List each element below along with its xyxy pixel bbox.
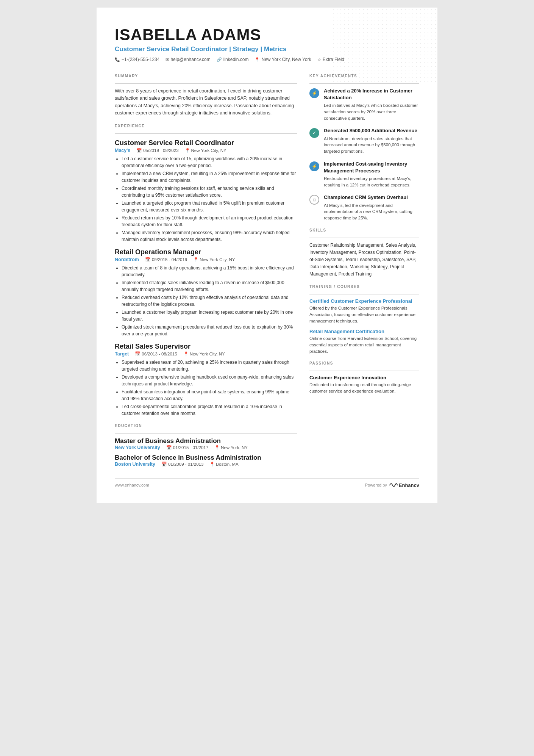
location-3: 📍 New York City, NY xyxy=(183,351,225,357)
email-value: help@enhancv.com xyxy=(170,57,210,62)
pin-icon-1: 📍 xyxy=(185,148,190,153)
skills-divider xyxy=(309,238,419,238)
experience-divider xyxy=(115,133,297,134)
edu-location-1: 📍 New York, NY xyxy=(214,445,248,450)
edu-pin-icon-1: 📍 xyxy=(214,445,220,450)
achievement-content-3: Implemented Cost-saving Inventory Manage… xyxy=(324,161,419,188)
bullet-2-2: Reduced overhead costs by 12% through ef… xyxy=(122,294,297,308)
location-contact: 📍 New York City, New York xyxy=(255,57,311,62)
calendar-icon-3: 📅 xyxy=(135,351,140,357)
achievement-content-1: Achieved a 20% Increase in Customer Sati… xyxy=(324,88,419,121)
phone-value: +1-(234)-555-1234 xyxy=(122,57,159,62)
header-section: ISABELLA ADAMS Customer Service Retail C… xyxy=(115,26,419,62)
achievement-3: ⚡ Implemented Cost-saving Inventory Mana… xyxy=(309,161,419,188)
bullet-2-3: Launched a customer loyalty program incr… xyxy=(122,309,297,322)
bullet-3-3: Led cross-departmental collaboration pro… xyxy=(122,403,297,417)
course-title-1: Certified Customer Experience Profession… xyxy=(309,298,419,304)
job-meta-2: Nordstrom 📅 09/2015 - 04/2019 📍 New York… xyxy=(115,257,297,262)
contact-line: 📞 +1-(234)-555-1234 ✉ help@enhancv.com 🔗… xyxy=(115,57,419,62)
achievements-label: KEY ACHIEVEMENTS xyxy=(309,74,419,78)
degree-1: Master of Business Administration xyxy=(115,437,297,445)
edu-location-2: 📍 Boston, MA xyxy=(209,462,238,467)
edu-meta-1: New York University 📅 01/2015 - 01/2017 … xyxy=(115,445,297,450)
passion-title-1: Customer Experience Innovation xyxy=(309,375,419,380)
achievement-desc-2: At Nordstrom, developed sales strategies… xyxy=(324,136,419,155)
bullet-2-1: Implemented strategic sales initiatives … xyxy=(122,279,297,293)
edu-pin-icon-2: 📍 xyxy=(209,462,215,467)
course-desc-1: Offered by the Customer Experience Profe… xyxy=(309,305,419,324)
location-1: 📍 New York City, NY xyxy=(185,148,226,153)
skills-text: Customer Relationship Management, Sales … xyxy=(309,242,419,278)
course-title-2: Retail Management Certification xyxy=(309,329,419,334)
achievement-content-2: Generated $500,000 Additional Revenue At… xyxy=(324,127,419,154)
experience-label: EXPERIENCE xyxy=(115,124,297,128)
summary-text: With over 8 years of experience in retai… xyxy=(115,88,297,117)
edu-dates-1: 📅 01/2015 - 01/2017 xyxy=(166,445,208,450)
bullet-1-2: Coordinated monthly training sessions fo… xyxy=(122,185,297,199)
company-1: Macy's xyxy=(115,148,130,153)
achievement-4: ⊡ Championed CRM System Overhaul At Macy… xyxy=(309,194,419,221)
bullets-2: Directed a team of 8 in daily operations… xyxy=(115,265,297,337)
achievements-divider xyxy=(309,83,419,84)
edu-dates-2: 📅 01/2009 - 01/2013 xyxy=(161,462,203,467)
achievement-title-1: Achieved a 20% Increase in Customer Sati… xyxy=(324,88,419,101)
footer: www.enhancv.com Powered by Enhancv xyxy=(115,478,419,488)
achievement-icon-1: ⚡ xyxy=(309,88,319,98)
skills-label: SKILLS xyxy=(309,228,419,232)
edu-meta-2: Boston University 📅 01/2009 - 01/2013 📍 … xyxy=(115,462,297,467)
bullet-1-1: Implemented a new CRM system, resulting … xyxy=(122,170,297,184)
link-icon: 🔗 xyxy=(217,57,222,62)
bullet-1-0: Led a customer service team of 15, optim… xyxy=(122,155,297,169)
achievement-desc-1: Led initiatives at Macy's which boosted … xyxy=(324,102,419,121)
achievement-icon-3: ⚡ xyxy=(309,161,319,171)
enhancv-logo: Enhancv xyxy=(389,482,419,488)
company-2: Nordstrom xyxy=(115,257,139,262)
brand-name: Enhancv xyxy=(399,482,419,488)
location-value: New York City, New York xyxy=(261,57,311,62)
dates-1: 📅 05/2019 - 08/2023 xyxy=(136,148,178,153)
extra-value: Extra Field xyxy=(323,57,344,62)
company-3: Target xyxy=(115,351,129,357)
bullet-3-2: Facilitated seamless integration of new … xyxy=(122,388,297,402)
powered-by-text: Powered by xyxy=(365,483,387,487)
calendar-icon-1: 📅 xyxy=(136,148,142,153)
phone-contact: 📞 +1-(234)-555-1234 xyxy=(115,57,159,62)
logo-icon xyxy=(389,482,398,488)
dates-2: 📅 09/2015 - 04/2019 xyxy=(145,257,187,262)
email-icon: ✉ xyxy=(166,57,169,62)
location-2: 📍 New York City, NY xyxy=(193,257,235,262)
education-divider xyxy=(115,433,297,434)
dates-3: 📅 06/2013 - 08/2015 xyxy=(135,351,177,357)
bullet-3-0: Supervised a sales team of 20, achieving… xyxy=(122,359,297,373)
bullets-1: Led a customer service team of 15, optim… xyxy=(115,155,297,243)
degree-2: Bachelor of Science in Business Administ… xyxy=(115,454,297,462)
course-desc-2: Online course from Harvard Extension Sch… xyxy=(309,335,419,354)
passions-label: PASSIONS xyxy=(309,361,419,365)
phone-icon: 📞 xyxy=(115,57,120,62)
passion-desc-1: Dedicated to transforming retail through… xyxy=(309,382,419,394)
candidate-title: Customer Service Retail Coordinator | St… xyxy=(115,45,419,53)
extra-contact: ☆ Extra Field xyxy=(317,57,344,62)
star-icon: ☆ xyxy=(317,57,321,62)
main-layout: SUMMARY With over 8 years of experience … xyxy=(115,74,419,467)
edu-calendar-icon-1: 📅 xyxy=(166,445,172,450)
achievement-title-4: Championed CRM System Overhaul xyxy=(324,194,419,201)
achievement-2: ✓ Generated $500,000 Additional Revenue … xyxy=(309,127,419,154)
achievement-desc-3: Restructured inventory procedures at Mac… xyxy=(324,175,419,188)
candidate-name: ISABELLA ADAMS xyxy=(115,26,419,44)
achievement-icon-4: ⊡ xyxy=(309,195,319,205)
bullet-1-5: Managed inventory replenishment processe… xyxy=(122,229,297,243)
location-icon: 📍 xyxy=(255,57,260,62)
edu-calendar-icon-2: 📅 xyxy=(161,462,167,467)
pin-icon-2: 📍 xyxy=(193,257,198,262)
job-title-3: Retail Sales Supervisor xyxy=(115,343,297,351)
bullet-1-4: Reduced return rates by 10% through deve… xyxy=(122,214,297,228)
summary-label: SUMMARY xyxy=(115,74,297,78)
bullet-1-3: Launched a targeted pilot program that r… xyxy=(122,200,297,213)
linkedin-contact: 🔗 linkedin.com xyxy=(217,57,249,62)
training-divider xyxy=(309,294,419,294)
achievement-1: ⚡ Achieved a 20% Increase in Customer Sa… xyxy=(309,88,419,121)
job-title-1: Customer Service Retail Coordinator xyxy=(115,139,297,147)
bullets-3: Supervised a sales team of 20, achieving… xyxy=(115,359,297,417)
job-title-2: Retail Operations Manager xyxy=(115,248,297,256)
